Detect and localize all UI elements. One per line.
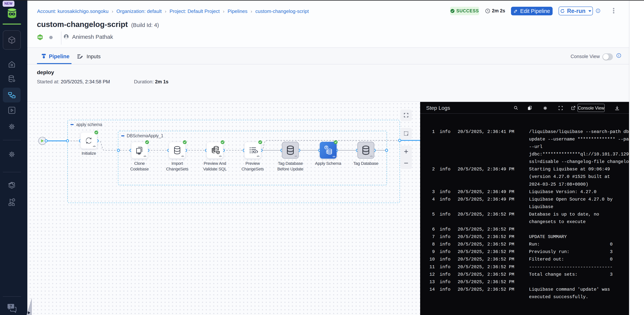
svg-text:?: ? <box>10 304 12 309</box>
